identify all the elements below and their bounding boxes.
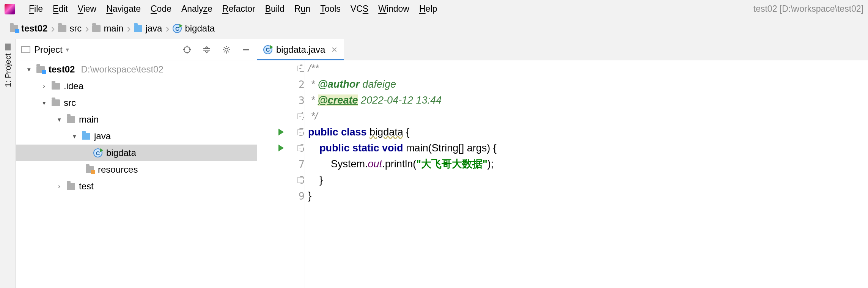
chevron-down-icon[interactable]: ▾ [40, 99, 48, 107]
left-tool-strip: 1: Project [0, 39, 16, 288]
folder-icon [67, 116, 75, 123]
breadcrumb-item-src[interactable]: src [57, 22, 83, 35]
tree-label: bigdata [106, 148, 136, 158]
expand-all-icon[interactable] [201, 44, 212, 55]
dropdown-icon[interactable]: ▼ [65, 47, 70, 53]
tree-node-bigdata[interactable]: C bigdata [16, 145, 257, 161]
tool-tab-project[interactable]: 1: Project [1, 39, 15, 93]
breadcrumb-label: src [69, 23, 82, 34]
code-line: System.out.println("大飞哥大数据"); [308, 156, 868, 172]
menu-vcs[interactable]: VCS [351, 4, 368, 14]
tree-node-main[interactable]: ▾ main [16, 111, 257, 128]
menu-view[interactable]: View [78, 4, 96, 14]
folder-icon [58, 25, 66, 32]
tree-node-resources[interactable]: resources [16, 161, 257, 178]
breadcrumb-item-java[interactable]: java [132, 22, 164, 35]
tree-label: .idea [64, 81, 83, 91]
menu-refactor[interactable]: Refactor [222, 4, 255, 14]
fold-handle-icon[interactable]: − [297, 145, 303, 151]
project-panel-header: Project ▼ [16, 39, 257, 60]
editor-body[interactable]: 1− 2 3 4− 5− 6− 7 8− 9 /** * @author daf… [257, 60, 868, 288]
breadcrumb-item-main[interactable]: main [91, 22, 125, 35]
breadcrumb-item-module[interactable]: test02 [8, 22, 49, 35]
menu-analyze[interactable]: Analyze [181, 4, 212, 14]
code-line: public class bigdata { [308, 124, 868, 140]
tree-label: java [94, 131, 111, 142]
editor-area: C bigdata.java ✕ 1− 2 3 4− 5− 6− 7 8− 9 … [257, 39, 868, 288]
locate-icon[interactable] [182, 44, 192, 55]
app-icon [5, 4, 15, 14]
tree-node-java[interactable]: ▾ java [16, 128, 257, 145]
chevron-down-icon[interactable]: ▾ [71, 132, 78, 140]
close-icon[interactable]: ✕ [331, 45, 338, 54]
fold-handle-icon[interactable]: − [297, 113, 303, 119]
menu-navigate[interactable]: Navigate [106, 4, 141, 14]
code-content[interactable]: /** * @author dafeige * @create 2022-04-… [305, 60, 868, 288]
project-panel-title[interactable]: Project [34, 44, 63, 55]
tree-node-root[interactable]: ▾ test02 D:\workspace\test02 [16, 61, 257, 78]
tree-label: test02 [49, 64, 75, 75]
minimize-icon[interactable] [241, 44, 252, 55]
editor-tab-label: bigdata.java [276, 44, 325, 55]
code-line: * @create 2022-04-12 13:44 [308, 92, 868, 108]
editor-gutter[interactable]: 1− 2 3 4− 5− 6− 7 8− 9 [257, 60, 305, 288]
project-mini-icon [5, 44, 11, 50]
fold-handle-icon[interactable]: − [297, 66, 303, 71]
tree-node-test[interactable]: › test [16, 178, 257, 195]
project-tool-window: Project ▼ ▾ [16, 39, 257, 288]
gear-icon[interactable] [221, 44, 232, 55]
class-icon: C [263, 45, 272, 54]
folder-icon [52, 83, 60, 90]
svg-point-0 [184, 47, 190, 53]
tool-tab-label: 1: Project [3, 54, 13, 87]
tree-label: test [79, 181, 94, 192]
svg-point-7 [225, 48, 228, 51]
menu-file[interactable]: File [29, 4, 43, 14]
menu-run[interactable]: Run [294, 4, 310, 14]
menu-help[interactable]: Help [419, 4, 437, 14]
tree-label: src [64, 98, 76, 108]
tree-label: resources [98, 164, 138, 175]
module-folder-icon [10, 25, 18, 32]
breadcrumb-label: java [145, 23, 162, 34]
breadcrumb-separator: › [165, 22, 169, 35]
chevron-right-icon[interactable]: › [40, 82, 48, 90]
breadcrumb-separator: › [85, 22, 89, 35]
run-gutter-icon[interactable] [278, 145, 284, 151]
project-tree[interactable]: ▾ test02 D:\workspace\test02 › .idea ▾ s… [16, 60, 257, 288]
code-line: */ [308, 108, 868, 124]
breadcrumb-label: bigdata [185, 23, 215, 34]
source-folder-icon [134, 25, 142, 32]
menu-edit[interactable]: Edit [53, 4, 68, 14]
line-number: 3 [286, 94, 305, 106]
chevron-down-icon[interactable]: ▾ [55, 116, 63, 123]
breadcrumb-separator: › [127, 22, 131, 35]
chevron-down-icon[interactable]: ▾ [25, 66, 33, 73]
menu-build[interactable]: Build [265, 4, 285, 14]
code-line: * @author dafeige [308, 76, 868, 92]
module-folder-icon [36, 66, 45, 73]
breadcrumb-separator: › [51, 22, 55, 35]
folder-icon [92, 25, 101, 32]
panel-actions [182, 44, 252, 55]
tree-node-idea[interactable]: › .idea [16, 78, 257, 94]
menu-window[interactable]: Window [378, 4, 409, 14]
tree-label: main [79, 114, 99, 125]
line-number: 2 [286, 79, 305, 90]
folder-icon [67, 183, 75, 190]
menu-tools[interactable]: Tools [320, 4, 341, 14]
class-icon: C [93, 148, 102, 157]
chevron-right-icon[interactable]: › [55, 183, 63, 190]
tree-hint: D:\workspace\test02 [81, 64, 163, 75]
breadcrumb-item-class[interactable]: C bigdata [171, 22, 216, 35]
class-icon: C [173, 24, 182, 33]
fold-handle-icon[interactable]: − [297, 129, 303, 135]
tree-node-src[interactable]: ▾ src [16, 94, 257, 111]
fold-handle-icon[interactable]: − [297, 177, 303, 183]
run-gutter-icon[interactable] [278, 129, 284, 135]
editor-tab-bigdata[interactable]: C bigdata.java ✕ [257, 39, 344, 60]
navigation-bar: test02 › src › main › java › C bigdata [0, 18, 868, 39]
code-line: } [308, 188, 868, 204]
menu-code[interactable]: Code [151, 4, 171, 14]
project-view-icon [21, 46, 30, 53]
